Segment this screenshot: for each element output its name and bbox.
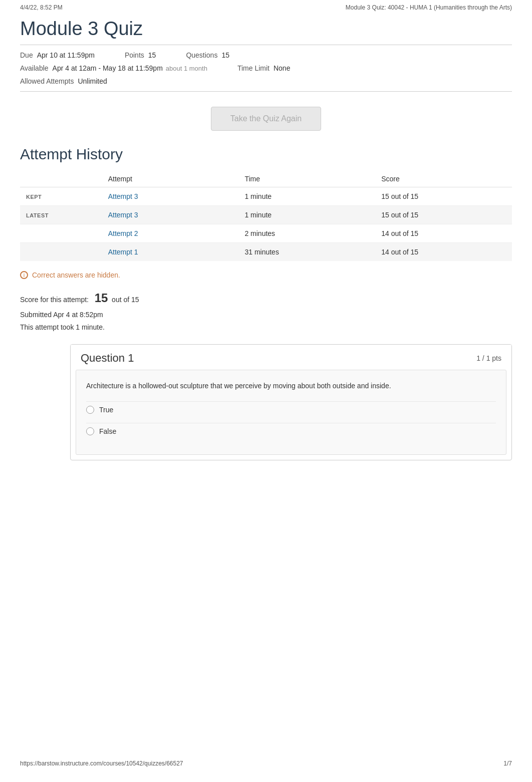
attempt-score: 15 out of 15	[375, 187, 512, 206]
score-line: Score for this attempt: 15 out of 15	[20, 287, 512, 309]
available-label: Available	[20, 64, 49, 72]
due-field: Due Apr 10 at 11:59pm	[20, 51, 95, 59]
main-content: Module 3 Quiz Due Apr 10 at 11:59pm Poin…	[0, 13, 532, 495]
meta-row-3: Allowed Attempts Unlimited	[20, 77, 512, 87]
points-value: 15	[148, 51, 156, 59]
duration-line: This attempt took 1 minute.	[20, 321, 512, 334]
footer-pagination: 1/7	[503, 760, 512, 767]
correct-answers-notice: i Correct answers are hidden.	[20, 271, 512, 279]
col-header-time: Time	[238, 171, 375, 187]
score-section: Score for this attempt: 15 out of 15 Sub…	[20, 287, 512, 334]
title-divider	[20, 45, 512, 45]
footer-url: https://barstow.instructure.com/courses/…	[20, 760, 183, 767]
points-field: Points 15	[125, 51, 156, 59]
attempt-history-table: Attempt Time Score KEPTAttempt 31 minute…	[20, 171, 512, 261]
question-1-header: Question 1 1 / 1 pts	[71, 345, 511, 370]
questions-value: 15	[221, 51, 229, 59]
attempt-link-cell[interactable]: Attempt 3	[102, 187, 239, 206]
questions-field: Questions 15	[186, 51, 229, 59]
question-1-body: Architecture is a hollowed-out sculpture…	[76, 370, 506, 455]
col-header-attempt: Attempt	[102, 171, 239, 187]
answer-true-label: True	[99, 406, 113, 414]
meta-divider	[20, 91, 512, 92]
attempt-status	[20, 224, 102, 243]
available-approximate: about 1 month	[166, 65, 207, 72]
attempt-link[interactable]: Attempt 3	[108, 211, 138, 219]
attempt-link[interactable]: Attempt 1	[108, 248, 138, 256]
attempt-link[interactable]: Attempt 3	[108, 192, 138, 200]
attempt-time: 1 minute	[238, 206, 375, 224]
attempt-score: 14 out of 15	[375, 224, 512, 243]
score-number: 15	[95, 291, 108, 305]
due-value: Apr 10 at 11:59pm	[37, 51, 95, 59]
points-label: Points	[125, 51, 144, 59]
attempt-link-cell[interactable]: Attempt 2	[102, 224, 239, 243]
available-field: Available Apr 4 at 12am - May 18 at 11:5…	[20, 64, 207, 72]
question-1-pts: 1 / 1 pts	[476, 354, 501, 362]
table-row: Attempt 131 minutes14 out of 15	[20, 243, 512, 262]
attempt-score: 15 out of 15	[375, 206, 512, 224]
meta-row-1: Due Apr 10 at 11:59pm Points 15 Question…	[20, 51, 512, 61]
allowed-attempts-field: Allowed Attempts Unlimited	[20, 77, 107, 85]
answer-false-label: False	[99, 427, 116, 435]
attempt-status	[20, 243, 102, 262]
question-1-title: Question 1	[81, 352, 134, 365]
page-title: Module 3 Quiz: 40042 - HUMA 1 (Humanitie…	[346, 4, 512, 11]
footer: https://barstow.instructure.com/courses/…	[0, 760, 532, 767]
attempt-status: KEPT	[20, 187, 102, 206]
radio-false[interactable]	[86, 427, 94, 435]
score-out-of: out of 15	[112, 296, 139, 304]
questions-label: Questions	[186, 51, 217, 59]
attempt-status: LATEST	[20, 206, 102, 224]
take-quiz-button[interactable]: Take the Quiz Again	[211, 107, 321, 131]
question-1-block: Question 1 1 / 1 pts Architecture is a h…	[70, 344, 512, 460]
table-row: Attempt 22 minutes14 out of 15	[20, 224, 512, 243]
answer-true[interactable]: True	[86, 401, 496, 418]
time-limit-value: None	[274, 64, 290, 72]
notice-icon: i	[20, 271, 28, 279]
score-prefix: Score for this attempt:	[20, 296, 89, 304]
time-limit-field: Time Limit None	[237, 64, 291, 72]
top-bar: 4/4/22, 8:52 PM Module 3 Quiz: 40042 - H…	[0, 0, 532, 13]
allowed-attempts-label: Allowed Attempts	[20, 77, 74, 85]
table-row: LATESTAttempt 31 minute15 out of 15	[20, 206, 512, 224]
allowed-attempts-value: Unlimited	[78, 77, 107, 85]
time-limit-label: Time Limit	[237, 64, 270, 72]
attempt-link-cell[interactable]: Attempt 1	[102, 243, 239, 262]
attempt-history-title: Attempt History	[20, 146, 512, 163]
meta-row-2: Available Apr 4 at 12am - May 18 at 11:5…	[20, 64, 512, 74]
col-header-status	[20, 171, 102, 187]
attempt-score: 14 out of 15	[375, 243, 512, 262]
attempt-time: 31 minutes	[238, 243, 375, 262]
quiz-title: Module 3 Quiz	[20, 18, 512, 40]
attempt-time: 2 minutes	[238, 224, 375, 243]
radio-true[interactable]	[86, 406, 94, 414]
timestamp: 4/4/22, 8:52 PM	[20, 4, 63, 11]
correct-answers-text: Correct answers are hidden.	[32, 271, 120, 279]
attempt-link[interactable]: Attempt 2	[108, 229, 138, 237]
due-label: Due	[20, 51, 33, 59]
question-1-text: Architecture is a hollowed-out sculpture…	[86, 380, 496, 391]
submitted-line: Submitted Apr 4 at 8:52pm	[20, 309, 512, 321]
attempt-time: 1 minute	[238, 187, 375, 206]
attempt-link-cell[interactable]: Attempt 3	[102, 206, 239, 224]
col-header-score: Score	[375, 171, 512, 187]
available-value: Apr 4 at 12am - May 18 at 11:59pm	[53, 64, 163, 72]
answer-false[interactable]: False	[86, 423, 496, 439]
table-row: KEPTAttempt 31 minute15 out of 15	[20, 187, 512, 206]
